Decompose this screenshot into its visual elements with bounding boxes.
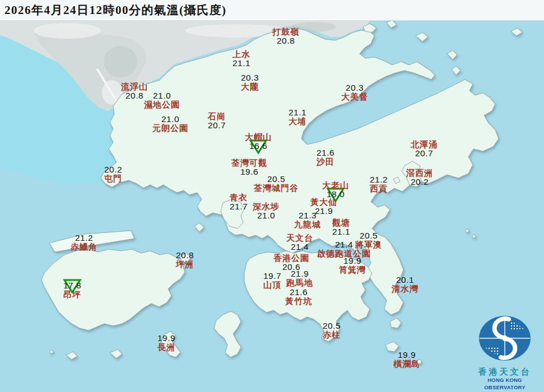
station-label: 深水埗21.0 [253, 202, 280, 220]
station-label: 17.8昂坪 [63, 281, 81, 299]
station-label: 20.1清水灣 [392, 276, 419, 293]
station-temperature-value: 21.1 [289, 108, 306, 117]
station-temperature-value: 20.7 [208, 121, 226, 130]
page-title: 2026年4月24日12時00分的氣溫(攝氏度) [4, 2, 227, 18]
station-name: 青衣 [230, 193, 248, 202]
station-name: 大老山 [322, 181, 349, 190]
station-temperature-value: 21.2 [71, 234, 97, 242]
station-name: 流浮山 [121, 82, 148, 91]
station-temperature-value: 21.1 [332, 227, 350, 236]
station-temperature-value: 21.4 [317, 240, 371, 249]
station-temperature-value: 19.9 [393, 351, 420, 360]
station-name: 石崗 [208, 112, 226, 121]
station-temperature-value: 20.5 [355, 231, 382, 240]
station-temperature-value: 17.8 [63, 281, 81, 290]
station-name: 清水灣 [392, 284, 419, 293]
station-name: 沙田 [317, 157, 334, 166]
station-temperature-value: 20.1 [392, 276, 419, 284]
station-temperature-value: 20.2 [104, 165, 122, 174]
hong-kong-map [0, 0, 544, 392]
station-name: 荃灣可觀 [231, 158, 267, 167]
station-name: 打鼓嶺 [272, 27, 299, 36]
station-name: 香港公園 [273, 254, 309, 263]
station-name: 九龍城 [294, 220, 321, 229]
station-label: 20.5赤柱 [323, 321, 341, 339]
station-name: 大埔 [289, 117, 306, 126]
station-label: 19.9筲箕灣 [339, 256, 366, 274]
station-label: 21.6沙田 [317, 148, 334, 166]
station-label: 21.0元朗公園 [152, 115, 188, 133]
station-temperature-value: 21.0 [152, 115, 188, 124]
station-name: 長洲 [157, 343, 175, 352]
hko-logo: 香港天文台 HONG KONG OBSERVATORY [468, 314, 542, 391]
station-name: 天文台 [286, 234, 313, 242]
station-label: 20.2屯門 [104, 165, 122, 183]
station-name: 昂坪 [63, 290, 81, 299]
station-temperature-value: 21.6 [317, 148, 334, 157]
station-label: 天文台21.4 [286, 234, 313, 251]
station-name: 深水埗 [253, 202, 280, 211]
station-label: 20.8坪洲 [176, 251, 194, 269]
station-name: 坪洲 [176, 260, 194, 269]
station-label: 滘西洲20.2 [406, 169, 433, 186]
title-bar: 2026年4月24日12時00分的氣溫(攝氏度) [0, 0, 544, 21]
station-temperature-value: 21.4 [286, 242, 313, 251]
station-temperature-value: 21.1 [233, 59, 250, 68]
station-label: 青衣21.7 [230, 193, 248, 211]
hko-logo-icon [474, 314, 536, 365]
station-temperature-value: 21.0 [144, 91, 180, 100]
station-name: 上水 [233, 50, 250, 59]
station-label: 打鼓嶺20.8 [272, 27, 299, 45]
station-label: 21.2西貢 [370, 175, 388, 193]
station-name: 觀塘 [332, 218, 350, 227]
station-label: 20.3大美督 [341, 83, 368, 101]
small-island [50, 350, 53, 353]
station-temperature-value: 20.3 [241, 73, 259, 82]
station-temperature-value: 20.8 [272, 36, 299, 45]
station-name: 橫瀾島 [393, 360, 420, 368]
station-temperature-value: 21.2 [370, 175, 388, 184]
station-name: 荃灣城門谷 [254, 184, 299, 193]
station-name: 北潭涌 [411, 140, 438, 149]
station-name: 大隴 [241, 82, 259, 91]
station-label: 21.0濕地公園 [144, 91, 180, 109]
station-label: 21.6黃竹坑 [285, 288, 312, 306]
station-temperature-value: 20.3 [341, 83, 368, 92]
station-label: 21.1大埔 [289, 108, 306, 126]
station-label: 觀塘21.1 [332, 218, 350, 236]
station-name: 黃竹坑 [285, 297, 312, 306]
station-name: 濕地公園 [144, 100, 180, 109]
station-label: 大帽山16.6 [245, 133, 272, 151]
ninepin-island [466, 229, 469, 232]
station-label: 20.3大隴 [241, 73, 259, 91]
station-temperature-value: 19.9 [157, 334, 175, 343]
station-name: 大帽山 [245, 133, 272, 142]
station-name: 山頂 [263, 281, 281, 290]
station-label: 石崗20.7 [208, 112, 226, 130]
station-temperature-value: 21.3 [294, 211, 321, 220]
station-name: 黃大仙 [310, 198, 337, 207]
station-label: 21.2赤鱲角 [71, 234, 97, 251]
station-temperature-value: 21.9 [286, 269, 313, 278]
station-label: 北潭涌20.7 [411, 140, 438, 158]
station-temperature-value: 20.5 [254, 175, 299, 184]
station-temperature-value: 19.9 [339, 256, 366, 265]
station-label: 大老山18.0 [322, 181, 349, 199]
station-temperature-value: 20.7 [411, 149, 438, 158]
station-name: 屯門 [104, 174, 122, 183]
station-label: 21.3九龍城 [294, 211, 321, 229]
station-temperature-value: 20.5 [323, 321, 341, 330]
shenzhen-texture [104, 46, 137, 77]
station-temperature-value: 21.0 [253, 211, 280, 220]
station-name: 筲箕灣 [339, 265, 366, 274]
hko-logo-chinese-text: 香港天文台 [468, 367, 542, 376]
station-temperature-value: 21.6 [285, 288, 312, 297]
station-name: 滘西洲 [406, 169, 433, 178]
station-name: 元朗公園 [152, 124, 188, 133]
station-temperature-value: 20.8 [176, 251, 194, 260]
station-name: 赤鱲角 [71, 242, 97, 251]
station-name: 大美督 [341, 92, 368, 101]
station-label: 19.7山頂 [263, 272, 281, 290]
station-name: 赤柱 [323, 330, 341, 339]
station-label: 荃灣可觀19.6 [231, 158, 267, 176]
